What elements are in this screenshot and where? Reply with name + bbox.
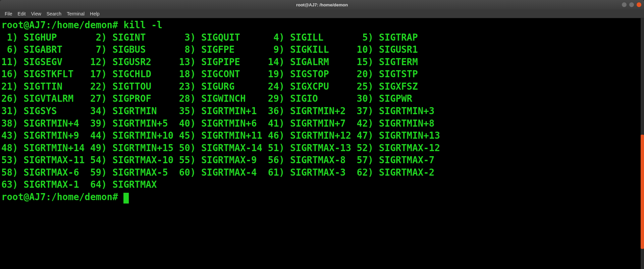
menu-view[interactable]: View: [29, 11, 44, 16]
signal-row: 53) SIGRTMAX-11 54) SIGRTMAX-10 55) SIGR…: [1, 154, 643, 166]
signal-row: 6) SIGABRT 7) SIGBUS 8) SIGFPE 9) SIGKIL…: [1, 43, 643, 56]
signal-list: 1) SIGHUP 2) SIGINT 3) SIGQUIT 4) SIGILL…: [1, 31, 643, 191]
signal-row: 48) SIGRTMIN+14 49) SIGRTMIN+15 50) SIGR…: [1, 142, 643, 154]
menu-terminal[interactable]: Terminal: [64, 11, 87, 16]
minimize-button[interactable]: [622, 2, 627, 7]
menubar: File Edit View Search Terminal Help: [0, 9, 644, 18]
signal-row: 31) SIGSYS 34) SIGRTMIN 35) SIGRTMIN+1 3…: [1, 105, 643, 117]
signal-row: 43) SIGRTMIN+9 44) SIGRTMIN+10 45) SIGRT…: [1, 129, 643, 142]
signal-row: 1) SIGHUP 2) SIGINT 3) SIGQUIT 4) SIGILL…: [1, 31, 643, 44]
shell-prompt-bottom: root@AJ7:/home/demon#: [1, 191, 118, 202]
titlebar: root@AJ7: /home/demon: [0, 0, 644, 9]
menu-file[interactable]: File: [2, 11, 15, 16]
close-button[interactable]: [637, 2, 641, 7]
signal-row: 16) SIGSTKFLT 17) SIGCHLD 18) SIGCONT 19…: [1, 68, 643, 80]
maximize-button[interactable]: [629, 2, 634, 7]
scrollbar-thumb[interactable]: [641, 135, 644, 249]
signal-row: 38) SIGRTMIN+4 39) SIGRTMIN+5 40) SIGRTM…: [1, 117, 643, 130]
shell-prompt: root@AJ7:/home/demon#: [1, 19, 118, 30]
terminal-output[interactable]: root@AJ7:/home/demon# kill -l 1) SIGHUP …: [0, 18, 644, 269]
menu-edit[interactable]: Edit: [15, 11, 29, 16]
scrollbar-track[interactable]: [641, 18, 644, 269]
window-controls: [622, 2, 641, 7]
menu-search[interactable]: Search: [44, 11, 64, 16]
signal-row: 58) SIGRTMAX-6 59) SIGRTMAX-5 60) SIGRTM…: [1, 166, 643, 179]
signal-row: 11) SIGSEGV 12) SIGUSR2 13) SIGPIPE 14) …: [1, 56, 643, 68]
signal-row: 63) SIGRTMAX-1 64) SIGRTMAX: [1, 178, 643, 191]
cursor: [123, 193, 129, 204]
command-text: kill -l: [123, 19, 162, 30]
signal-row: 26) SIGVTALRM 27) SIGPROF 28) SIGWINCH 2…: [1, 92, 643, 105]
menu-help[interactable]: Help: [87, 11, 102, 16]
window-title: root@AJ7: /home/demon: [296, 2, 348, 7]
signal-row: 21) SIGTTIN 22) SIGTTOU 23) SIGURG 24) S…: [1, 80, 643, 93]
